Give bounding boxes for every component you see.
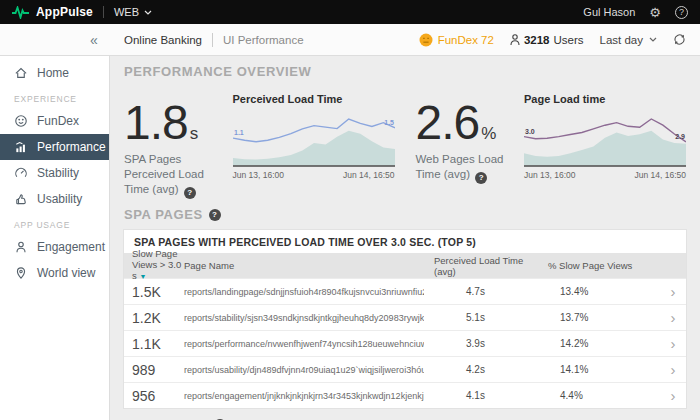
topbar: AppPulse WEB Gul Hason ⚙ ? [0, 0, 700, 24]
row-load-time: 3.9s [424, 338, 544, 349]
module-selector[interactable]: WEB [114, 6, 152, 18]
svg-text:1.5: 1.5 [384, 119, 394, 126]
row-page-name: reports/landingpage/sdnjjnsfuioh4r8904fk… [184, 287, 424, 297]
app-title: AppPulse [36, 5, 93, 19]
sidebar-item-label: FunDex [37, 114, 79, 128]
pulse-logo-icon [12, 6, 29, 19]
spa-pages-title-text: SPA PAGES [124, 207, 203, 222]
web-load-value: 2.6 [415, 99, 479, 147]
sidebar-item-label: Usability [37, 192, 82, 206]
row-chevron-icon[interactable]: › [660, 336, 686, 351]
row-chevron-icon[interactable]: › [660, 310, 686, 325]
web-load-metric: 2.6 % Web Pages Load Time (avg) ? [415, 93, 522, 191]
chevron-down-icon [144, 10, 152, 15]
x-tick-start: Jun 13, 16:00 [233, 170, 285, 180]
col-perceived-load[interactable]: Perceived Load Time (avg) [424, 255, 544, 277]
row-load-time: 4.7s [424, 286, 544, 297]
col-page-name[interactable]: Page Name [184, 260, 424, 271]
smiley-icon [14, 114, 28, 128]
sidebar-item-engagement[interactable]: Engagement [0, 234, 109, 260]
row-chevron-icon[interactable]: › [660, 388, 686, 403]
sidebar-item-fundex[interactable]: FunDex [0, 108, 109, 134]
breadcrumb-app[interactable]: Online Banking [124, 34, 202, 46]
spa-pages-card: SPA PAGES WITH PERCEIVED LOAD TIME OVER … [124, 230, 686, 408]
web-load-label: Web Pages Load Time (avg) [415, 153, 503, 180]
sidebar-item-usability[interactable]: Usability [0, 186, 109, 212]
performance-overview-title: PERFORMANCE OVERVIEW [124, 64, 686, 79]
page-load-time-chart: Page Load time 3.02.9 Jun 13, 16:00 Jun … [524, 93, 686, 191]
perceived-load-time-sparkline: 1.11.5 [233, 111, 395, 167]
question-badge-icon[interactable]: ? [209, 209, 221, 221]
page-load-time-sparkline: 3.02.9 [524, 111, 686, 167]
bar-chart-icon [14, 140, 28, 154]
row-slow-percent: 14.2% [544, 338, 660, 349]
users-label: Users [553, 34, 583, 46]
spa-load-metric: 1.8 s SPA Pages Perceived Load Time (avg… [124, 93, 231, 191]
row-chevron-icon[interactable]: › [660, 362, 686, 377]
row-chevron-icon[interactable]: › [660, 284, 686, 299]
chart-title: Page Load time [524, 93, 686, 105]
fundex-score-badge[interactable]: FunDex 72 [419, 33, 494, 47]
metrics-row: 1.8 s SPA Pages Perceived Load Time (avg… [124, 93, 686, 191]
sidebar-section-app-usage: APP USAGE [0, 212, 109, 234]
row-views: 1.5K [124, 284, 184, 300]
gear-icon[interactable]: ⚙ [649, 6, 661, 19]
time-range-select[interactable]: Last day [600, 34, 657, 46]
sidebar-item-label: Performance [37, 140, 106, 154]
person-icon [14, 240, 28, 254]
table-row[interactable]: 1.5K reports/landingpage/sdnjjnsfuioh4r8… [124, 278, 686, 304]
svg-text:1.1: 1.1 [234, 129, 244, 136]
refresh-icon[interactable] [673, 33, 686, 46]
svg-text:3.0: 3.0 [525, 128, 535, 135]
x-tick-start: Jun 13, 16:00 [524, 170, 576, 180]
sidebar-item-stability[interactable]: Stability [0, 160, 109, 186]
main-content: PERFORMANCE OVERVIEW 1.8 s SPA Pages Per… [110, 56, 700, 420]
web-load-unit: % [481, 124, 496, 144]
row-page-name: reports/engagement/jnjknkjnkjnkjrn34r345… [184, 391, 424, 401]
collapse-sidebar-icon[interactable]: « [90, 24, 98, 56]
row-load-time: 4.2s [424, 364, 544, 375]
sidebar-item-world-view[interactable]: World view [0, 260, 109, 286]
row-slow-percent: 13.7% [544, 312, 660, 323]
col-slow-page-views[interactable]: Slow Page Views > 3.0 s ▼ [124, 249, 184, 282]
row-page-name: reports/performance/nvwenfhjwenf74yncsih… [184, 339, 424, 349]
spa-table-title: SPA PAGES WITH PERCEIVED LOAD TIME OVER … [124, 230, 686, 253]
sidebar-item-performance[interactable]: Performance [0, 134, 109, 160]
col-views-line1: Slow Page [132, 248, 177, 259]
users-badge[interactable]: 3218 Users [510, 34, 584, 46]
row-views: 1.1K [124, 336, 184, 352]
x-tick-end: Jun 14, 16:50 [343, 170, 395, 180]
sidebar-section-experience: EXPERIENCE [0, 86, 109, 108]
col-slow-percent[interactable]: % Slow Page Views [544, 260, 660, 271]
time-range-value: Last day [600, 34, 643, 46]
fundex-face-icon [419, 33, 433, 47]
sidebar-item-label: World view [37, 266, 95, 280]
row-load-time: 4.1s [424, 390, 544, 401]
topbar-divider [103, 6, 104, 18]
gauge-icon [14, 166, 28, 180]
breadcrumb-page[interactable]: UI Performance [223, 34, 304, 46]
spa-pages-title: SPA PAGES ? [124, 207, 686, 222]
chevron-down-icon [649, 37, 657, 42]
question-badge-icon[interactable]: ? [184, 187, 196, 199]
home-icon [14, 66, 28, 80]
chart-title: Perceived Load Time [233, 93, 395, 105]
sidebar-item-home[interactable]: Home [0, 60, 109, 86]
module-label: WEB [114, 6, 139, 18]
table-row[interactable]: 989 reports/usability/djn489dfvjnn4r09ui… [124, 356, 686, 382]
svg-text:2.9: 2.9 [675, 133, 685, 140]
question-badge-icon[interactable]: ? [475, 172, 487, 184]
fundex-score-label: FunDex 72 [438, 34, 494, 46]
table-row[interactable]: 1.1K reports/performance/nvwenfhjwenf74y… [124, 330, 686, 356]
breadcrumb: Online Banking UI Performance [124, 33, 304, 47]
row-load-time: 5.1s [424, 312, 544, 323]
table-row[interactable]: 956 reports/engagement/jnjknkjnkjnkjrn34… [124, 382, 686, 408]
table-row[interactable]: 1.2K reports/stability/sjsn349sndkjnsdkj… [124, 304, 686, 330]
sidebar: Home EXPERIENCE FunDex Performance Stabi… [0, 56, 110, 420]
user-name[interactable]: Gul Hason [583, 6, 635, 18]
map-pin-icon [14, 266, 28, 280]
help-icon[interactable]: ? [675, 6, 688, 19]
row-page-name: reports/usability/djn489dfvjnn4r09uiaq1u… [184, 365, 424, 375]
row-slow-percent: 13.4% [544, 286, 660, 297]
row-views: 989 [124, 362, 184, 378]
